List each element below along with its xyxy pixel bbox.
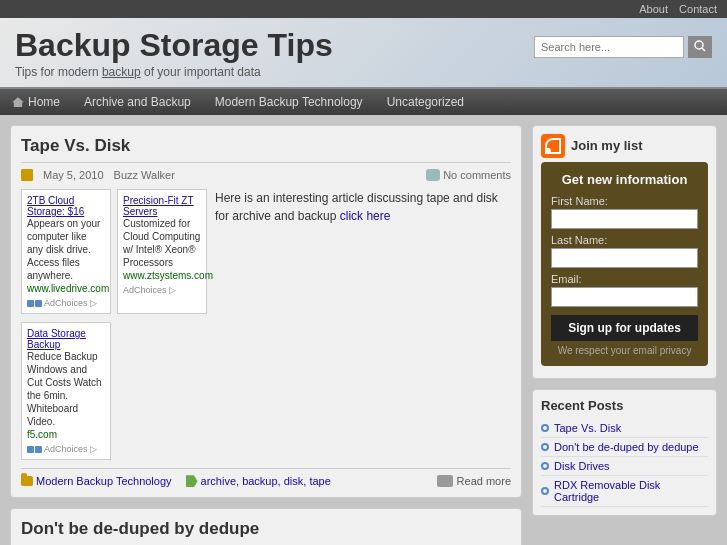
join-list-widget: Join my list Get new information First N… <box>532 125 717 379</box>
last-name-input[interactable] <box>551 248 698 268</box>
readmore-icon <box>437 475 453 487</box>
ads-container: 2TB Cloud Storage: $16 Appears on your c… <box>21 189 207 460</box>
search-input[interactable] <box>534 36 684 58</box>
adchoices-icon2 <box>27 446 42 453</box>
join-list-title: Join my list <box>571 138 643 153</box>
ad2-body: Customized for Cloud Computing w/ Intel®… <box>123 217 201 269</box>
signup-button[interactable]: Sign up for updates <box>551 315 698 341</box>
recent-post-link-2[interactable]: Don't be de-duped by dedupe <box>554 441 699 453</box>
site-title: Backup Storage Tips <box>15 28 333 63</box>
ad1-url: www.livedrive.com <box>27 282 105 295</box>
comment-icon <box>426 169 440 181</box>
post1-excerpt: Here is an interesting article discussin… <box>215 189 511 460</box>
ad2-title[interactable]: Precision-Fit ZT Servers <box>123 195 194 217</box>
post1-date: May 5, 2010 <box>43 169 104 181</box>
post1-meta: May 5, 2010 Buzz Walker No comments <box>21 169 511 181</box>
post1-tags: archive, backup, disk, tape <box>201 475 331 487</box>
first-name-label: First Name: <box>551 195 698 207</box>
svg-point-0 <box>695 41 703 49</box>
search-button[interactable] <box>688 36 712 58</box>
ad-2: Precision-Fit ZT Servers Customized for … <box>117 189 207 314</box>
list-item: Don't be de-duped by dedupe <box>541 438 708 457</box>
ad-3: Data Storage Backup Reduce Backup Window… <box>21 322 111 460</box>
home-icon <box>12 97 24 107</box>
list-item: Disk Drives <box>541 457 708 476</box>
contact-link[interactable]: Contact <box>679 3 717 15</box>
readmore-link[interactable]: Read more <box>457 475 511 487</box>
recent-posts-widget: Recent Posts Tape Vs. Disk Don't be de-d… <box>532 389 717 516</box>
adchoices-icon <box>27 300 42 307</box>
dot-icon <box>541 424 549 432</box>
last-name-label: Last Name: <box>551 234 698 246</box>
recent-post-link-1[interactable]: Tape Vs. Disk <box>554 422 621 434</box>
privacy-note: We respect your email privacy <box>551 345 698 356</box>
ad2-url: www.ztsystems.com <box>123 269 201 282</box>
post1-click-here[interactable]: click here <box>340 209 391 223</box>
nav-archive-backup[interactable]: Archive and Backup <box>72 89 203 115</box>
dot-icon <box>541 462 549 470</box>
site-tagline: Tips for modern backup of your important… <box>15 65 333 79</box>
recent-post-link-4[interactable]: RDX Removable Disk Cartridge <box>554 479 708 503</box>
first-name-input[interactable] <box>551 209 698 229</box>
post-dedupe: Don't be de-duped by dedupe March 30, 20… <box>10 508 522 545</box>
newsletter-box: Get new information First Name: Last Nam… <box>541 162 708 366</box>
email-input[interactable] <box>551 287 698 307</box>
post1-category: Modern Backup Technology <box>21 475 172 487</box>
post1-author: Buzz Walker <box>114 169 175 181</box>
nav-home[interactable]: Home <box>0 89 72 115</box>
about-link[interactable]: About <box>639 3 668 15</box>
post1-cat-link[interactable]: Modern Backup Technology <box>36 475 172 487</box>
svg-line-1 <box>702 48 705 51</box>
folder-icon <box>21 476 33 486</box>
newsletter-title: Get new information <box>551 172 698 187</box>
ad-1: 2TB Cloud Storage: $16 Appears on your c… <box>21 189 111 314</box>
ad1-body: Appears on your computer like any disk d… <box>27 217 105 282</box>
ad1-title[interactable]: 2TB Cloud Storage: $16 <box>27 195 84 217</box>
rss-icon[interactable] <box>541 134 565 158</box>
dot-icon <box>541 443 549 451</box>
recent-posts-title: Recent Posts <box>541 398 708 413</box>
calendar-icon <box>21 169 33 181</box>
list-item: RDX Removable Disk Cartridge <box>541 476 708 507</box>
recent-posts-list: Tape Vs. Disk Don't be de-duped by dedup… <box>541 419 708 507</box>
recent-post-link-3[interactable]: Disk Drives <box>554 460 610 472</box>
nav-uncategorized[interactable]: Uncategorized <box>375 89 476 115</box>
post1-footer: Modern Backup Technology archive, backup… <box>21 468 511 487</box>
tag-icon <box>186 475 198 487</box>
nav-modern-backup[interactable]: Modern Backup Technology <box>203 89 375 115</box>
email-label: Email: <box>551 273 698 285</box>
ad3-url: f5.com <box>27 428 105 441</box>
post1-comments: No comments <box>426 169 511 181</box>
post2-title: Don't be de-duped by dedupe <box>21 519 511 545</box>
post1-title: Tape Vs. Disk <box>21 136 511 163</box>
list-item: Tape Vs. Disk <box>541 419 708 438</box>
tagline-link[interactable]: backup <box>102 65 141 79</box>
dot-icon <box>541 487 549 495</box>
ad3-title[interactable]: Data Storage Backup <box>27 328 86 350</box>
post1-readmore: Read more <box>437 475 511 487</box>
ad3-body: Reduce Backup Windows and Cut Costs Watc… <box>27 350 105 428</box>
post-tape-vs-disk: Tape Vs. Disk May 5, 2010 Buzz Walker No… <box>10 125 522 498</box>
